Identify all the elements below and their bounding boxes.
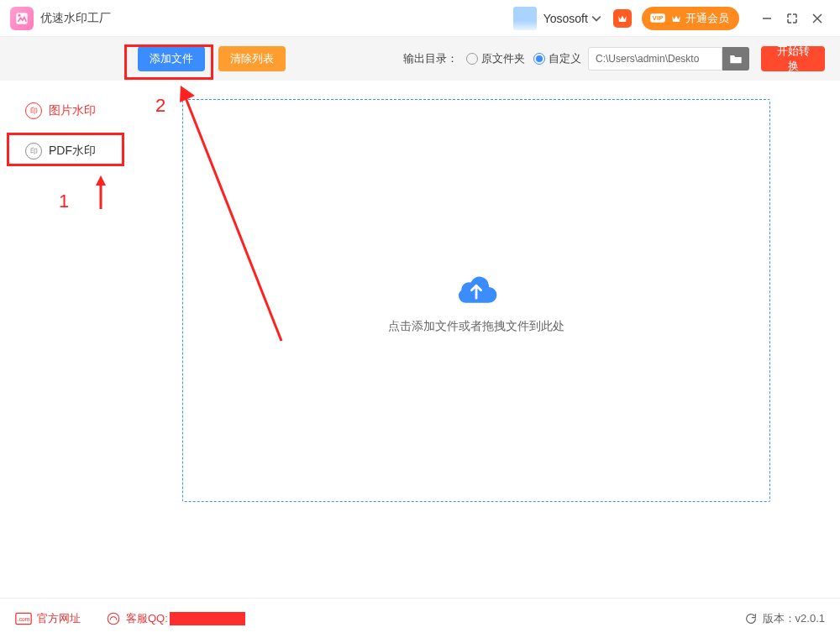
official-site-link[interactable]: .com 官方网址: [15, 611, 81, 626]
browse-folder-button[interactable]: [722, 47, 749, 71]
radio-original-label: 原文件夹: [481, 51, 525, 66]
output-dir-label: 输出目录：: [403, 51, 458, 66]
start-convert-label: 开始转换: [773, 44, 813, 74]
clear-list-label: 清除列表: [230, 51, 274, 66]
vip-upgrade-button[interactable]: 开通会员: [642, 7, 739, 30]
dropzone-text: 点击添加文件或者拖拽文件到此处: [388, 319, 564, 334]
watermark-icon: [25, 143, 42, 160]
chevron-down-icon: [591, 13, 601, 24]
user-name-label: Yososoft: [543, 12, 588, 25]
cloud-upload-icon: [451, 267, 501, 307]
radio-custom-label: 自定义: [549, 51, 581, 66]
app-logo: [10, 7, 34, 30]
output-path-input[interactable]: C:\Users\admin\Deskto: [588, 47, 722, 71]
close-button[interactable]: [805, 6, 830, 31]
headset-icon: [106, 611, 121, 626]
support-qq-label: 客服QQ:: [126, 611, 168, 626]
sidebar-item-pdf-watermark[interactable]: PDF水印: [0, 134, 147, 168]
toolbar: 添加文件 清除列表 输出目录： 原文件夹 自定义 C:\Users\admin\…: [0, 37, 840, 81]
add-files-label: 添加文件: [150, 51, 193, 66]
svg-point-7: [108, 613, 119, 625]
sidebar: 图片水印 PDF水印: [0, 81, 147, 598]
output-dir-group: 输出目录： 原文件夹 自定义 C:\Users\admin\Deskto 开始转…: [403, 46, 825, 71]
sidebar-item-label: 图片水印: [49, 103, 96, 118]
clear-list-button[interactable]: 清除列表: [218, 46, 286, 71]
start-convert-button[interactable]: 开始转换: [761, 46, 825, 71]
version-info[interactable]: 版本：v2.0.1: [744, 611, 825, 626]
folder-icon: [729, 54, 743, 64]
main-area: 图片水印 PDF水印 点击添加文件或者拖拽文件到此处: [0, 81, 840, 598]
vip-badge-icon: [613, 9, 632, 28]
add-files-button[interactable]: 添加文件: [138, 46, 205, 71]
output-path-value: C:\Users\admin\Deskto: [596, 53, 699, 65]
footer: .com 官方网址 客服QQ: 版本：v2.0.1: [0, 598, 840, 638]
title-bar: 优速水印工厂 Yososoft 开通会员: [0, 0, 840, 37]
watermark-icon: [25, 102, 42, 119]
workspace: 点击添加文件或者拖拽文件到此处: [147, 81, 840, 598]
support-qq-link[interactable]: 客服QQ:: [106, 611, 245, 626]
vip-button-label: 开通会员: [685, 11, 729, 26]
svg-point-1: [18, 13, 21, 16]
version-label: 版本：v2.0.1: [763, 611, 825, 626]
minimize-button[interactable]: [754, 6, 780, 31]
sidebar-item-image-watermark[interactable]: 图片水印: [0, 94, 147, 128]
maximize-button[interactable]: [780, 6, 805, 31]
svg-point-9: [115, 616, 117, 618]
sidebar-item-label: PDF水印: [49, 144, 96, 159]
svg-point-8: [111, 616, 113, 618]
user-dropdown[interactable]: Yososoft: [543, 12, 601, 25]
support-qq-number-redacted: [170, 612, 245, 625]
refresh-icon: [744, 612, 758, 625]
radio-custom-folder[interactable]: [533, 53, 545, 65]
user-avatar[interactable]: [513, 7, 537, 30]
svg-text:.com: .com: [18, 616, 30, 622]
radio-original-folder[interactable]: [466, 53, 478, 65]
official-site-label: 官方网址: [37, 611, 81, 626]
dropzone[interactable]: 点击添加文件或者拖拽文件到此处: [182, 99, 770, 502]
app-title: 优速水印工厂: [40, 11, 111, 26]
